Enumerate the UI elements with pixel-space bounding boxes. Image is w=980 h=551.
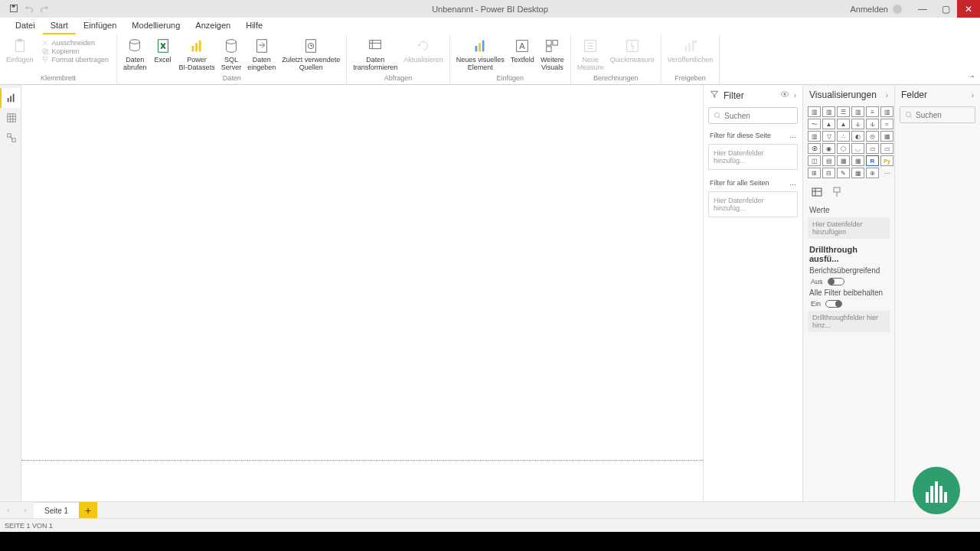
- report-canvas[interactable]: ↖: [21, 85, 703, 501]
- text-box-button[interactable]: ATextfeld: [508, 36, 537, 73]
- keep-filters-toggle[interactable]: [825, 300, 842, 308]
- tab-modellierung[interactable]: Modellierung: [124, 18, 188, 34]
- viz-line-clustered[interactable]: ⫝: [866, 119, 879, 129]
- viz-line[interactable]: 〜: [808, 119, 821, 129]
- fields-search-input[interactable]: [916, 111, 980, 119]
- svg-rect-5: [44, 51, 47, 54]
- svg-rect-2: [15, 41, 24, 52]
- fields-search[interactable]: [900, 106, 975, 123]
- viz-waterfall[interactable]: ▥: [808, 131, 821, 142]
- undo-icon[interactable]: [24, 2, 34, 16]
- svg-rect-10: [195, 43, 198, 51]
- close-button[interactable]: ✕: [957, 0, 980, 18]
- recent-sources-button[interactable]: Zuletzt verwendete Quellen: [279, 36, 343, 73]
- viz-title: Visualisierungen: [809, 90, 877, 100]
- fields-tab-icon[interactable]: [811, 186, 823, 201]
- avatar-icon[interactable]: [893, 5, 902, 14]
- get-data-button[interactable]: Daten abrufen: [120, 36, 150, 73]
- format-tab-icon[interactable]: [831, 186, 843, 201]
- viz-line-column[interactable]: ⫝: [851, 119, 864, 129]
- maximize-button[interactable]: ▢: [934, 0, 957, 18]
- filter-icon: [710, 90, 719, 101]
- viz-matrix[interactable]: ▦: [851, 155, 864, 166]
- page-prev[interactable]: ‹: [0, 502, 17, 518]
- viz-100-column[interactable]: ▥: [880, 106, 893, 117]
- viz-donut[interactable]: ◎: [866, 131, 879, 142]
- viz-stacked-column[interactable]: ▥: [822, 106, 835, 117]
- signin-link[interactable]: Anmelden: [850, 5, 888, 14]
- drillthrough-title: Drillthrough ausfü...: [803, 240, 894, 265]
- measure-icon: [582, 37, 599, 54]
- viz-area[interactable]: ▲: [822, 119, 835, 129]
- search-icon: [905, 108, 913, 122]
- viz-scatter[interactable]: ∴: [837, 131, 850, 142]
- sql-server-button[interactable]: SQL Server: [218, 36, 245, 73]
- values-drop[interactable]: Hier Datenfelder hinzufügen: [808, 217, 890, 239]
- viz-decomposition[interactable]: ⊟: [822, 168, 835, 178]
- viz-100-bar[interactable]: ≡: [866, 106, 879, 117]
- cross-report-toggle[interactable]: [828, 278, 844, 285]
- viz-card[interactable]: ▭: [866, 143, 879, 154]
- viz-treemap[interactable]: ▦: [880, 131, 893, 142]
- svg-rect-33: [7, 114, 15, 122]
- collapse-filter-icon[interactable]: ›: [794, 91, 796, 99]
- viz-gauge[interactable]: ◡: [851, 143, 864, 154]
- collapse-ribbon-icon[interactable]: ⌃: [969, 74, 975, 83]
- excel-button[interactable]: Excel: [150, 36, 176, 73]
- tab-start[interactable]: Start: [43, 18, 76, 34]
- model-view-button[interactable]: [0, 128, 21, 148]
- viz-arcgis[interactable]: ⊕: [866, 168, 879, 178]
- refresh-icon: [415, 37, 432, 54]
- more-visuals-button[interactable]: Weitere Visuals: [537, 36, 567, 73]
- collapse-fields-icon[interactable]: ›: [972, 91, 974, 99]
- ribbon: Einfügen Ausschneiden Kopieren Format üb…: [0, 34, 980, 85]
- save-icon[interactable]: [9, 2, 18, 16]
- page-next[interactable]: ›: [17, 502, 34, 518]
- viz-table[interactable]: ▦: [837, 155, 850, 166]
- viz-map[interactable]: ⦿: [808, 143, 821, 154]
- viz-more[interactable]: ⋯: [880, 168, 893, 178]
- viz-paginated[interactable]: ▦: [851, 168, 864, 178]
- viz-multi-card[interactable]: ▭: [880, 143, 893, 154]
- pbi-datasets-button[interactable]: Power BI-Datasets: [176, 36, 218, 73]
- viz-key-influencers[interactable]: ⊞: [808, 168, 821, 178]
- collapse-viz-icon[interactable]: ›: [886, 91, 888, 99]
- drillthrough-drop[interactable]: Drillthroughfelder hier hinz...: [808, 311, 890, 332]
- tab-hilfe[interactable]: Hilfe: [238, 18, 270, 34]
- viz-slicer[interactable]: ▤: [822, 155, 835, 166]
- clipboard-icon: [11, 37, 28, 54]
- eye-icon[interactable]: [780, 90, 789, 101]
- viz-r[interactable]: R: [866, 155, 879, 166]
- viz-stacked-area[interactable]: ▲: [837, 119, 850, 129]
- viz-python[interactable]: Py: [880, 155, 893, 166]
- sql-icon: [223, 37, 240, 54]
- page-tab-1[interactable]: Seite 1: [34, 502, 79, 518]
- tab-datei[interactable]: Datei: [8, 18, 43, 34]
- add-page-button[interactable]: +: [79, 502, 97, 518]
- viz-pie[interactable]: ◐: [851, 131, 864, 142]
- minimize-button[interactable]: —: [911, 0, 934, 18]
- data-view-button[interactable]: [0, 108, 21, 128]
- tab-anzeigen[interactable]: Anzeigen: [188, 18, 238, 34]
- viz-funnel[interactable]: ▽: [822, 131, 835, 142]
- viz-shape-map[interactable]: ⬡: [837, 143, 850, 154]
- svg-rect-27: [685, 46, 688, 51]
- filter-search[interactable]: [708, 107, 798, 124]
- viz-ribbon[interactable]: ≈: [880, 119, 893, 129]
- svg-rect-11: [199, 41, 201, 52]
- filter-all-pages-drop[interactable]: Hier Datenfelder hinzufüg...: [708, 191, 798, 217]
- tab-einfuegen[interactable]: Einfügen: [76, 18, 124, 34]
- viz-qa[interactable]: ✎: [837, 168, 850, 178]
- redo-icon[interactable]: [40, 2, 49, 16]
- viz-stacked-bar[interactable]: ▥: [808, 106, 821, 117]
- svg-rect-28: [689, 43, 691, 51]
- transform-data-button[interactable]: Daten transformieren: [350, 36, 400, 73]
- new-visual-button[interactable]: Neues visuelles Element: [453, 36, 508, 73]
- viz-clustered-bar[interactable]: ☰: [837, 106, 850, 117]
- enter-data-button[interactable]: Daten eingeben: [244, 36, 279, 73]
- viz-clustered-column[interactable]: ▥: [851, 106, 864, 117]
- viz-filled-map[interactable]: ◉: [822, 143, 835, 154]
- viz-kpi[interactable]: ◫: [808, 155, 821, 166]
- filter-this-page-drop[interactable]: Hier Datenfelder hinzufüg...: [708, 144, 798, 170]
- report-view-button[interactable]: [0, 88, 21, 108]
